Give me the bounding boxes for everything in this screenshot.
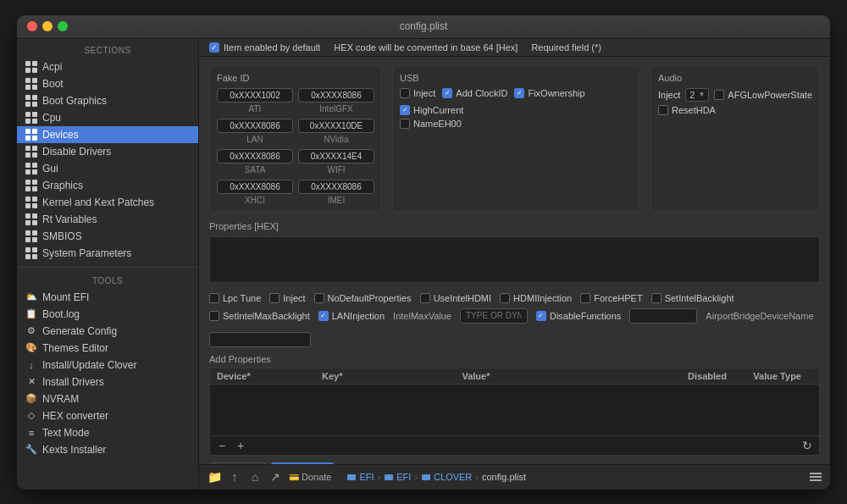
setintelmaxbacklight-cb-item[interactable]: SetIntelMaxBacklight bbox=[209, 311, 310, 321]
donate-button[interactable]: 💳 Donate bbox=[289, 472, 331, 482]
sidebar-item-boot-graphics[interactable]: Boot Graphics bbox=[17, 92, 198, 109]
laninjection-cb[interactable]: ✓ bbox=[318, 311, 329, 321]
minimize-button[interactable] bbox=[42, 21, 53, 31]
audio-inject-select[interactable]: 2 ▼ bbox=[685, 88, 709, 102]
nodefault-cb-item[interactable]: NoDefaultProperties bbox=[314, 293, 412, 303]
sidebar-item-devices[interactable]: Devices bbox=[17, 126, 198, 143]
sidebar-tool-themes-editor[interactable]: 🎨 Themes Editor bbox=[17, 340, 198, 357]
install-clover-icon: ↓ bbox=[25, 359, 37, 371]
airportbridge-label: AirportBridgeDeviceName bbox=[706, 311, 813, 321]
lpctune-cb[interactable] bbox=[209, 293, 219, 303]
refresh-button[interactable]: ↻ bbox=[800, 439, 814, 452]
hex-textarea[interactable] bbox=[209, 236, 820, 283]
home-icon[interactable]: ⌂ bbox=[248, 470, 262, 484]
resethda-cb[interactable] bbox=[658, 105, 668, 115]
lpctune-cb-item[interactable]: Lpc Tune bbox=[209, 293, 261, 303]
disablefunctions-cb-item[interactable]: ✓ DisableFunctions bbox=[536, 311, 621, 321]
ati-input[interactable] bbox=[217, 88, 293, 102]
imei-input[interactable] bbox=[298, 180, 374, 194]
laninjection-cb-item[interactable]: ✓ LANInjection bbox=[318, 311, 385, 321]
tool-label: HEX converter bbox=[42, 410, 108, 422]
setintelbacklight-label: SetIntelBacklight bbox=[665, 293, 734, 303]
sidebar-tool-install-clover[interactable]: ↓ Install/Update Clover bbox=[17, 357, 198, 374]
fixownership-cb-item[interactable]: ✓ FixOwnership bbox=[514, 88, 584, 98]
addclockid-cb[interactable]: ✓ bbox=[442, 88, 452, 98]
add-prop-button[interactable]: + bbox=[234, 439, 247, 452]
airportbridge-input[interactable] bbox=[209, 332, 311, 347]
resethda-cb-item[interactable]: ResetHDA bbox=[658, 105, 716, 115]
nameeh00-cb[interactable] bbox=[400, 119, 410, 129]
close-button[interactable] bbox=[27, 21, 37, 31]
sidebar-item-rt-variables[interactable]: Rt Variables bbox=[17, 211, 198, 228]
inject-opt-cb-item[interactable]: Inject bbox=[269, 293, 305, 303]
fixownership-cb[interactable]: ✓ bbox=[514, 88, 524, 98]
sidebar-tool-generate-config[interactable]: ⚙ Generate Config bbox=[17, 323, 198, 340]
sidebar-item-graphics[interactable]: Graphics bbox=[17, 177, 198, 194]
intelgfx-label: IntelGFX bbox=[319, 104, 352, 114]
sata-input[interactable] bbox=[217, 149, 293, 163]
afglowpower-cb[interactable] bbox=[714, 90, 724, 100]
nameeh00-cb-item[interactable]: NameEH00 bbox=[400, 119, 462, 129]
sidebar-item-boot[interactable]: Boot bbox=[17, 75, 198, 92]
sidebar-item-disable-drivers[interactable]: Disable Drivers bbox=[17, 143, 198, 160]
forcehpet-cb[interactable] bbox=[580, 293, 590, 303]
breadcrumb-efi2[interactable]: EFI bbox=[384, 472, 411, 482]
sidebar-item-cpu[interactable]: Cpu bbox=[17, 109, 198, 126]
intelgfx-input[interactable] bbox=[298, 88, 374, 102]
remove-prop-button[interactable]: − bbox=[215, 439, 229, 452]
inject-cb[interactable] bbox=[400, 88, 410, 98]
setintelbacklight-cb-item[interactable]: SetIntelBacklight bbox=[651, 293, 734, 303]
sidebar-tool-kexts-installer[interactable]: 🔧 Kexts Installer bbox=[17, 441, 198, 458]
sata-label: SATA bbox=[245, 165, 266, 174]
share-icon[interactable]: ↗ bbox=[268, 470, 282, 484]
hamburger-icon[interactable] bbox=[810, 473, 822, 481]
intelmaxvalue-input[interactable] bbox=[460, 308, 528, 324]
paytm-icon: 💳 bbox=[289, 473, 299, 482]
breadcrumb-efi1[interactable]: EFI bbox=[346, 472, 374, 482]
highcurrent-cb[interactable]: ✓ bbox=[400, 105, 410, 115]
breadcrumb-clover[interactable]: CLOVER bbox=[421, 472, 472, 482]
hex-field-intelgfx: IntelGFX bbox=[298, 88, 374, 114]
useintelhdmi-cb-item[interactable]: UseIntelHDMI bbox=[420, 293, 491, 303]
content-area: SECTIONS Acpi Boot Boot Graphics Cpu Dev… bbox=[17, 39, 830, 490]
disablefunctions-cb[interactable]: ✓ bbox=[536, 311, 546, 321]
setintelmaxbacklight-cb[interactable] bbox=[209, 311, 219, 321]
afglowpower-label: AFGLowPowerState bbox=[728, 90, 812, 100]
boot-log-icon: 📋 bbox=[25, 308, 37, 320]
sidebar-tool-boot-log[interactable]: 📋 Boot.log bbox=[17, 306, 198, 323]
sidebar-item-kernel-kext[interactable]: Kernel and Kext Patches bbox=[17, 194, 198, 211]
highcurrent-cb-item[interactable]: ✓ HighCurrent bbox=[400, 105, 463, 115]
afglowpower-cb-item[interactable]: AFGLowPowerState bbox=[714, 90, 812, 100]
sidebar-item-acpi[interactable]: Acpi bbox=[17, 58, 198, 75]
nodefault-cb[interactable] bbox=[314, 293, 324, 303]
maximize-button[interactable] bbox=[58, 21, 68, 31]
useintelhdmi-cb[interactable] bbox=[420, 293, 430, 303]
sidebar-item-system-parameters[interactable]: System Parameters bbox=[17, 245, 198, 262]
sidebar-item-smbios[interactable]: SMBIOS bbox=[17, 228, 198, 245]
sidebar-tool-text-mode[interactable]: ≡ Text Mode bbox=[17, 424, 198, 441]
sidebar-tool-hex-converter[interactable]: ◇ HEX converter bbox=[17, 407, 198, 424]
generate-config-icon: ⚙ bbox=[25, 325, 37, 337]
sidebar-item-label: System Parameters bbox=[42, 247, 131, 259]
xhci-input[interactable] bbox=[217, 180, 293, 194]
audio-title: Audio bbox=[658, 73, 812, 83]
inject-cb-item[interactable]: Inject bbox=[400, 88, 435, 98]
inject-opt-cb[interactable] bbox=[269, 293, 280, 303]
lan-input[interactable] bbox=[217, 119, 293, 133]
sidebar-item-gui[interactable]: Gui bbox=[17, 160, 198, 177]
nvidia-input[interactable] bbox=[298, 119, 374, 133]
sidebar-tool-mount-efi[interactable]: ⛅ Mount EFI bbox=[17, 289, 198, 306]
disablefunctions-label: DisableFunctions bbox=[550, 311, 621, 321]
addclockid-cb-item[interactable]: ✓ Add ClockID bbox=[442, 88, 507, 98]
wifi-input[interactable] bbox=[298, 149, 374, 163]
setintelbacklight-cb[interactable] bbox=[651, 293, 662, 303]
forcehpet-cb-item[interactable]: ForceHPET bbox=[580, 293, 642, 303]
folder-icon[interactable]: 📁 bbox=[208, 470, 221, 484]
grid-icon bbox=[25, 95, 37, 107]
sidebar-tool-install-drivers[interactable]: ✕ Install Drivers bbox=[17, 374, 198, 390]
upload-icon[interactable]: ↑ bbox=[228, 470, 241, 484]
sidebar-tool-nvram[interactable]: 📦 NVRAM bbox=[17, 390, 198, 407]
hdmijection-cb[interactable] bbox=[500, 293, 510, 303]
hdmijection-cb-item[interactable]: HDMIInjection bbox=[500, 293, 572, 303]
disablefunctions-input[interactable] bbox=[629, 308, 697, 324]
